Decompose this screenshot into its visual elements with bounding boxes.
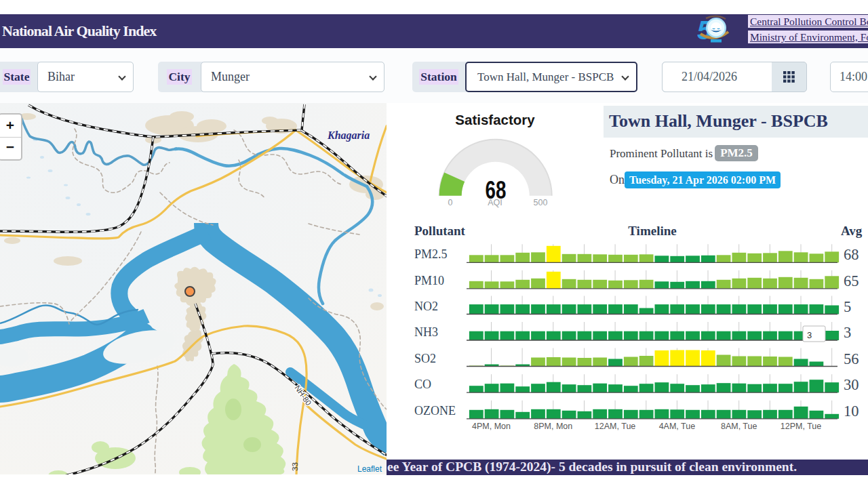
svg-text:OZONE: OZONE (414, 404, 456, 418)
svg-text:65: 65 (844, 272, 859, 289)
svg-text:Avg: Avg (841, 224, 863, 238)
svg-text:33: 33 (291, 462, 299, 471)
svg-text:12PM, Tue: 12PM, Tue (781, 422, 821, 431)
svg-text:30: 30 (844, 376, 859, 393)
svg-text:8AM, Tue: 8AM, Tue (721, 422, 757, 431)
svg-text:12AM, Tue: 12AM, Tue (595, 422, 635, 431)
svg-text:56: 56 (844, 350, 859, 367)
svg-text:3: 3 (844, 324, 851, 341)
svg-text:4PM, Mon: 4PM, Mon (472, 422, 511, 431)
svg-text:PM2.5: PM2.5 (414, 247, 448, 261)
svg-text:3: 3 (807, 330, 812, 340)
svg-text:Timeline: Timeline (628, 224, 676, 238)
svg-text:CO: CO (414, 378, 431, 391)
svg-text:NO2: NO2 (414, 300, 438, 313)
svg-text:10: 10 (844, 403, 859, 420)
svg-text:5: 5 (844, 298, 851, 315)
svg-text:SO2: SO2 (414, 352, 436, 365)
svg-text:PM10: PM10 (414, 274, 444, 287)
svg-text:4AM, Tue: 4AM, Tue (659, 422, 696, 431)
svg-text:Khagaria: Khagaria (327, 129, 370, 142)
svg-text:8PM, Mon: 8PM, Mon (534, 422, 572, 431)
svg-text:68: 68 (844, 246, 859, 263)
svg-text:Pollutant: Pollutant (414, 224, 466, 238)
svg-text:NH3: NH3 (414, 325, 438, 339)
